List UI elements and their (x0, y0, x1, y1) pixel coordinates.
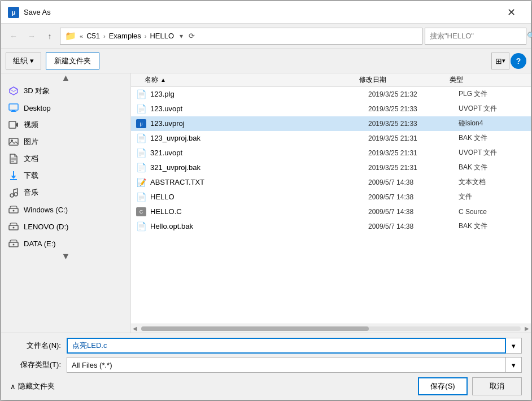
sidebar-scroll-down[interactable]: ▼ (1, 252, 130, 261)
filetype-select[interactable]: All Files (*.*) (67, 357, 506, 373)
search-icon-button[interactable]: 🔍 (527, 32, 532, 40)
file-row[interactable]: 📄 321_uvproj.bak 2019/3/25 21:31 BAK 文件 (131, 160, 531, 175)
col-header-type[interactable]: 类型 (450, 75, 517, 85)
filename-label: 文件名(N): (10, 341, 67, 351)
file-date: 2009/5/7 14:38 (368, 193, 459, 201)
file-date: 2019/3/25 21:31 (368, 149, 459, 157)
sidebar-item-data[interactable]: DATA (E:) (1, 235, 130, 252)
address-bar[interactable]: 📁 « C51 › Examples › HELLO ▾ ⟳ (60, 28, 422, 45)
filetype-dropdown-button[interactable]: ▾ (506, 357, 522, 373)
filename-dropdown-button[interactable]: ▾ (506, 338, 522, 354)
file-type: PLG 文件 (459, 89, 526, 99)
sidebar-item-3d[interactable]: 3D 对象 (1, 82, 130, 99)
hide-folders-toggle[interactable]: ∧ 隐藏文件夹 (10, 381, 55, 391)
sidebar-item-image[interactable]: 图片 (1, 133, 130, 150)
filename-row: 文件名(N): ▾ (10, 338, 522, 354)
save-button[interactable]: 保存(S) (418, 377, 468, 395)
forward-button[interactable]: → (24, 28, 40, 44)
file-date: 2009/5/7 14:38 (368, 178, 459, 186)
file-type: 文件 (459, 192, 526, 202)
file-row[interactable]: 📄 Hello.opt.bak 2009/5/7 14:38 BAK 文件 (131, 219, 531, 234)
file-row[interactable]: 📄 123.uvopt 2019/3/25 21:33 UVOPT 文件 (131, 102, 531, 116)
address-dropdown-icon[interactable]: ▾ (180, 32, 183, 40)
file-date: 2009/5/7 14:38 (368, 223, 459, 230)
search-input[interactable] (430, 32, 525, 40)
file-date: 2019/3/25 21:32 (368, 90, 459, 98)
refresh-button[interactable]: ⟳ (186, 32, 197, 40)
action-toolbar: 组织 ▾ 新建文件夹 ⊞ ▾ ? (1, 49, 531, 73)
view-dropdown-icon: ▾ (502, 57, 505, 64)
file-list-header: 名称 ▲ 修改日期 类型 (131, 73, 531, 87)
file-date: 2019/3/25 21:33 (368, 120, 459, 128)
sidebar-item-music[interactable]: 音乐 (1, 184, 130, 201)
file-name: 321.uvopt (150, 149, 368, 157)
image-icon (8, 136, 19, 147)
file-type: BAK 文件 (459, 133, 526, 143)
svg-rect-5 (9, 121, 16, 128)
breadcrumb-examples[interactable]: Examples (109, 32, 141, 40)
help-button[interactable]: ? (511, 53, 526, 69)
sidebar-label-download: 下载 (24, 171, 38, 181)
file-icon-generic: 📄 (136, 89, 147, 99)
file-row[interactable]: 📄 321.uvopt 2019/3/25 21:31 UVOPT 文件 (131, 146, 531, 160)
sidebar-label-video: 视频 (24, 120, 38, 130)
sidebar-item-download[interactable]: 下载 (1, 167, 130, 184)
horizontal-scrollbar[interactable]: ◀ ▶ (131, 324, 531, 333)
svg-point-18 (13, 227, 15, 229)
close-button[interactable]: ✕ (498, 3, 524, 21)
col-header-name[interactable]: 名称 ▲ (145, 75, 359, 85)
organize-label: 组织 (13, 56, 28, 66)
search-box[interactable]: 🔍 (425, 28, 526, 45)
svg-rect-2 (9, 104, 18, 110)
filename-input-wrap: ▾ (67, 338, 522, 354)
breadcrumb-hello[interactable]: HELLO (150, 32, 174, 40)
svg-point-14 (14, 193, 18, 196)
file-row-selected[interactable]: μ 123.uvproj 2019/3/25 21:33 碰ision4 (131, 116, 531, 131)
file-icon-uvproj: μ (136, 119, 147, 129)
sidebar-item-video[interactable]: 视频 (1, 116, 130, 133)
file-name: 321_uvproj.bak (150, 163, 368, 172)
file-icon-txt: 📝 (136, 177, 147, 188)
drive-c-icon (8, 204, 19, 215)
sidebar-item-doc[interactable]: 文档 (1, 150, 130, 167)
3d-icon (8, 85, 19, 97)
download-icon (8, 170, 19, 181)
file-name: HELLO (150, 193, 368, 201)
back-button[interactable]: ← (6, 28, 21, 44)
svg-point-13 (10, 194, 14, 197)
file-row[interactable]: 📄 123_uvproj.bak 2019/3/25 21:31 BAK 文件 (131, 131, 531, 146)
sidebar-item-desktop[interactable]: Desktop (1, 99, 130, 116)
up-button[interactable]: ↑ (42, 28, 58, 44)
sidebar-label-desktop: Desktop (24, 104, 51, 112)
svg-marker-0 (10, 87, 18, 95)
sidebar-item-windows[interactable]: Windows (C:) (1, 201, 130, 218)
sidebar-label-windows: Windows (C:) (24, 206, 68, 214)
view-button[interactable]: ⊞ ▾ (491, 53, 509, 69)
organize-dropdown-icon: ▾ (30, 56, 34, 65)
file-type: BAK 文件 (459, 163, 526, 172)
file-row[interactable]: 📄 HELLO 2009/5/7 14:38 文件 (131, 190, 531, 204)
sidebar-scroll-up[interactable]: ▲ (1, 73, 130, 82)
filename-input[interactable] (67, 338, 506, 354)
file-name: 123.plg (150, 90, 368, 98)
sidebar-item-lenovo[interactable]: LENOVO (D:) (1, 218, 130, 235)
col-header-date[interactable]: 修改日期 (359, 75, 450, 85)
sidebar-label-lenovo: LENOVO (D:) (24, 223, 68, 231)
file-row[interactable]: 📄 123.plg 2019/3/25 21:32 PLG 文件 (131, 87, 531, 102)
filetype-input-wrap: All Files (*.*) ▾ (67, 357, 522, 373)
svg-rect-4 (11, 111, 16, 112)
file-icon-generic: 📄 (136, 148, 147, 158)
file-name: 123.uvproj (150, 119, 368, 128)
hide-folders-arrow: ∧ (10, 382, 16, 391)
new-folder-button[interactable]: 新建文件夹 (46, 53, 99, 69)
file-row[interactable]: 📝 ABSTRACT.TXT 2009/5/7 14:38 文本文档 (131, 175, 531, 190)
cancel-button[interactable]: 取消 (472, 377, 522, 395)
file-type: BAK 文件 (459, 221, 526, 231)
organize-button[interactable]: 组织 ▾ (6, 53, 41, 69)
breadcrumb-c51[interactable]: C51 (86, 32, 100, 40)
svg-point-16 (13, 210, 15, 212)
drive-d-icon (8, 221, 19, 232)
file-icon-generic: 📄 (136, 133, 147, 143)
app-icon: μ (8, 7, 19, 18)
file-row[interactable]: C HELLO.C 2009/5/7 14:38 C Source (131, 204, 531, 219)
